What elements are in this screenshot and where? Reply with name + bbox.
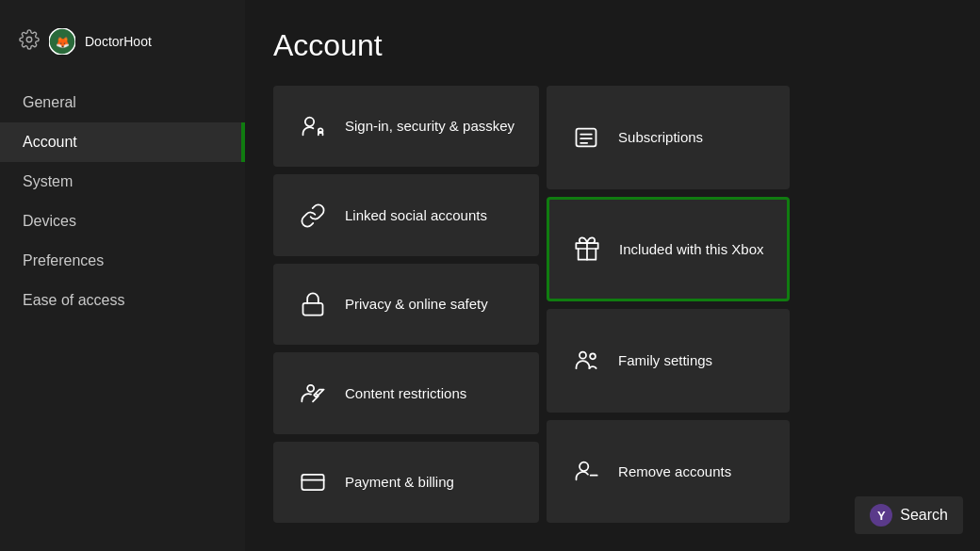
sidebar-item-system[interactable]: System bbox=[0, 162, 245, 202]
list-icon bbox=[571, 122, 601, 153]
tile-family-settings[interactable]: Family settings bbox=[547, 309, 789, 413]
tile-included-xbox-label: Included with this Xbox bbox=[619, 240, 763, 259]
person-shield-icon bbox=[298, 378, 328, 408]
tile-privacy-safety-label: Privacy & online safety bbox=[345, 295, 488, 314]
sidebar-item-ease-of-access[interactable]: Ease of access bbox=[0, 281, 245, 320]
tile-subscriptions[interactable]: Subscriptions bbox=[547, 86, 789, 189]
tile-linked-social-label: Linked social accounts bbox=[345, 206, 487, 225]
sidebar-item-general[interactable]: General bbox=[0, 83, 245, 122]
sidebar-nav: General Account System Devices Preferenc… bbox=[0, 83, 245, 320]
tile-privacy-safety[interactable]: Privacy & online safety bbox=[273, 264, 539, 345]
gift-icon bbox=[572, 234, 602, 264]
sidebar-header: 🦊 DoctorHoot bbox=[0, 19, 245, 83]
svg-point-15 bbox=[580, 351, 586, 358]
bottom-bar: Y Search bbox=[855, 496, 963, 534]
tile-subscriptions-label: Subscriptions bbox=[618, 128, 703, 147]
tile-remove-accounts-label: Remove accounts bbox=[618, 462, 731, 481]
person-key-icon bbox=[298, 111, 328, 141]
svg-point-6 bbox=[307, 385, 314, 392]
left-column: Sign-in, security & passkey Linked socia… bbox=[273, 86, 539, 523]
person-remove-icon bbox=[571, 456, 601, 486]
main-content: Account Sign-in, security & passkey bbox=[245, 0, 980, 551]
tile-linked-social[interactable]: Linked social accounts bbox=[273, 174, 539, 255]
sidebar-username: DoctorHoot bbox=[85, 34, 152, 49]
tile-sign-in-security[interactable]: Sign-in, security & passkey bbox=[273, 86, 539, 167]
sidebar-item-account[interactable]: Account bbox=[0, 122, 245, 162]
gear-icon bbox=[19, 29, 40, 54]
lock-icon bbox=[298, 289, 328, 319]
avatar: 🦊 bbox=[49, 28, 75, 55]
svg-rect-7 bbox=[302, 475, 323, 490]
sidebar: 🦊 DoctorHoot General Account System Devi… bbox=[0, 0, 245, 551]
card-icon bbox=[298, 467, 328, 497]
tile-remove-accounts[interactable]: Remove accounts bbox=[547, 420, 789, 524]
sidebar-item-devices[interactable]: Devices bbox=[0, 202, 245, 241]
family-icon bbox=[571, 346, 601, 376]
svg-point-16 bbox=[590, 353, 596, 359]
page-title: Account bbox=[273, 28, 952, 63]
svg-text:🦊: 🦊 bbox=[56, 35, 70, 49]
tile-family-settings-label: Family settings bbox=[618, 351, 712, 370]
svg-rect-5 bbox=[303, 303, 323, 316]
link-icon bbox=[298, 201, 328, 231]
right-column: Subscriptions Included with this Xbox bbox=[547, 86, 789, 523]
svg-point-17 bbox=[580, 462, 588, 471]
tile-included-xbox[interactable]: Included with this Xbox bbox=[547, 197, 789, 302]
tile-payment-billing-label: Payment & billing bbox=[345, 473, 454, 492]
y-button-icon: Y bbox=[870, 504, 892, 527]
search-label: Search bbox=[900, 507, 948, 524]
svg-point-0 bbox=[26, 37, 32, 42]
svg-point-3 bbox=[305, 118, 314, 126]
search-button[interactable]: Y Search bbox=[855, 496, 963, 534]
sidebar-item-preferences[interactable]: Preferences bbox=[0, 241, 245, 281]
tile-sign-in-security-label: Sign-in, security & passkey bbox=[345, 117, 514, 136]
tile-content-restrictions[interactable]: Content restrictions bbox=[273, 352, 539, 433]
tile-payment-billing[interactable]: Payment & billing bbox=[273, 442, 539, 523]
tile-content-restrictions-label: Content restrictions bbox=[345, 384, 466, 403]
